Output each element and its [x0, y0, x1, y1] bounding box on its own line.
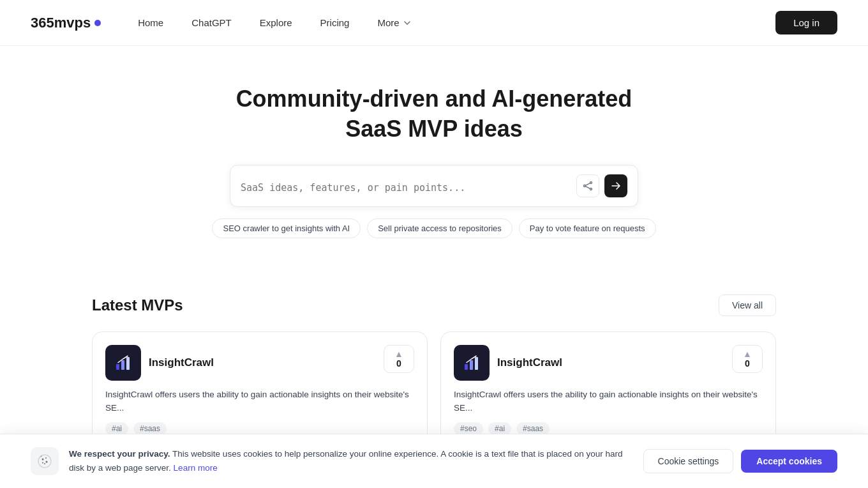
svg-rect-6	[116, 364, 119, 370]
nav-home[interactable]: Home	[126, 12, 175, 33]
card-name: InsightCrawl	[497, 356, 562, 369]
navbar: 365mvps Home ChatGPT Explore Pricing Mor…	[0, 0, 868, 46]
logo-text: 365mvps	[31, 15, 91, 31]
hero-title: Community-driven and AI-generated SaaS M…	[211, 84, 657, 144]
vote-arrow-icon: ▲	[394, 349, 403, 358]
vote-count: 0	[745, 358, 750, 369]
nav-more[interactable]: More	[366, 12, 423, 33]
insightcrawl-logo-icon	[112, 351, 135, 374]
search-actions	[576, 174, 627, 197]
section-header: Latest MVPs View all	[92, 294, 776, 316]
insightcrawl-logo-icon	[460, 351, 483, 374]
brand-logo[interactable]: 365mvps	[31, 15, 101, 31]
cookie-actions: Cookie settings Accept cookies	[643, 449, 837, 473]
nav-links: Home ChatGPT Explore Pricing More	[126, 12, 775, 33]
svg-point-2	[590, 188, 592, 190]
login-button[interactable]: Log in	[775, 11, 837, 34]
svg-rect-12	[475, 357, 478, 370]
chip-pay-vote[interactable]: Pay to vote feature on requests	[519, 218, 656, 238]
cookie-content: We respect your privacy. This website us…	[31, 447, 628, 475]
share-button[interactable]	[576, 174, 599, 197]
svg-line-3	[585, 183, 590, 185]
card-logo	[105, 345, 141, 381]
cookie-banner: We respect your privacy. This website us…	[0, 434, 868, 488]
vote-button[interactable]: ▲ 0	[732, 345, 763, 373]
svg-rect-8	[126, 357, 130, 370]
learn-more-link[interactable]: Learn more	[174, 463, 218, 473]
card-logo-area: InsightCrawl	[105, 345, 214, 381]
send-icon	[611, 181, 621, 191]
svg-point-19	[42, 462, 43, 464]
card-description: InsightCrawl offers users the ability to…	[454, 388, 763, 415]
svg-rect-10	[465, 364, 468, 370]
chip-sell-access[interactable]: Sell private access to repositories	[367, 218, 513, 238]
card-header: InsightCrawl ▲ 0	[454, 345, 763, 381]
search-box	[230, 165, 638, 207]
vote-arrow-icon: ▲	[743, 349, 752, 358]
vote-count: 0	[396, 358, 401, 369]
svg-point-17	[45, 457, 47, 459]
cookie-icon	[37, 454, 52, 469]
svg-rect-11	[470, 360, 473, 370]
share-icon	[583, 181, 593, 191]
logo-dot	[94, 20, 101, 26]
svg-line-4	[585, 186, 590, 188]
accept-cookies-button[interactable]: Accept cookies	[741, 450, 837, 473]
cookie-text: We respect your privacy. This website us…	[69, 447, 628, 475]
chip-seo-crawler[interactable]: SEO crawler to get insights with AI	[212, 218, 361, 238]
vote-button[interactable]: ▲ 0	[384, 345, 414, 373]
section-title: Latest MVPs	[92, 296, 183, 314]
svg-point-1	[584, 185, 586, 187]
card-logo-area: InsightCrawl	[454, 345, 562, 381]
cookie-text-block: We respect your privacy. This website us…	[69, 447, 628, 475]
card-name: InsightCrawl	[149, 356, 214, 369]
svg-point-15	[38, 455, 51, 468]
svg-point-18	[46, 461, 48, 463]
svg-point-20	[44, 463, 45, 464]
view-all-button[interactable]: View all	[719, 294, 776, 316]
search-input[interactable]	[241, 182, 570, 197]
nav-explore[interactable]: Explore	[248, 12, 304, 33]
svg-rect-7	[121, 360, 124, 370]
hero-section: Community-driven and AI-generated SaaS M…	[0, 46, 868, 264]
cookie-icon-wrap	[31, 447, 59, 475]
suggestion-chips: SEO crawler to get insights with AI Sell…	[15, 218, 853, 238]
nav-chatgpt[interactable]: ChatGPT	[180, 12, 243, 33]
nav-pricing[interactable]: Pricing	[309, 12, 361, 33]
submit-search-button[interactable]	[604, 174, 627, 197]
card-logo	[454, 345, 490, 381]
svg-point-0	[590, 181, 592, 183]
card-description: InsightCrawl offers users the ability to…	[105, 388, 414, 415]
svg-point-16	[42, 459, 44, 461]
chevron-down-icon	[402, 18, 412, 28]
cookie-settings-button[interactable]: Cookie settings	[643, 449, 734, 473]
card-header: InsightCrawl ▲ 0	[105, 345, 414, 381]
